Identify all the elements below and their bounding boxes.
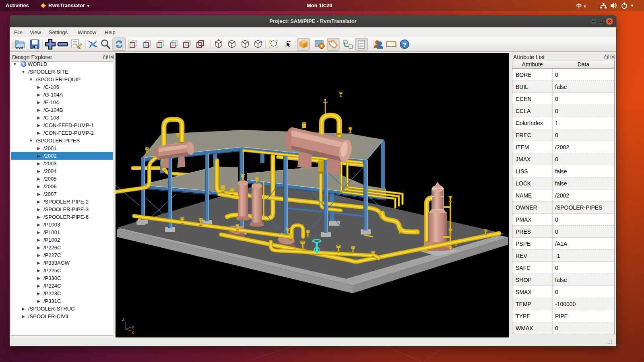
svg-text:0: 0: [284, 45, 286, 48]
svg-text:?: ?: [403, 41, 407, 48]
svg-text:RVM: RVM: [16, 46, 23, 50]
svg-text:Y: Y: [132, 325, 134, 329]
svg-text:Z: Z: [122, 317, 124, 322]
svg-text:X: X: [132, 331, 134, 335]
